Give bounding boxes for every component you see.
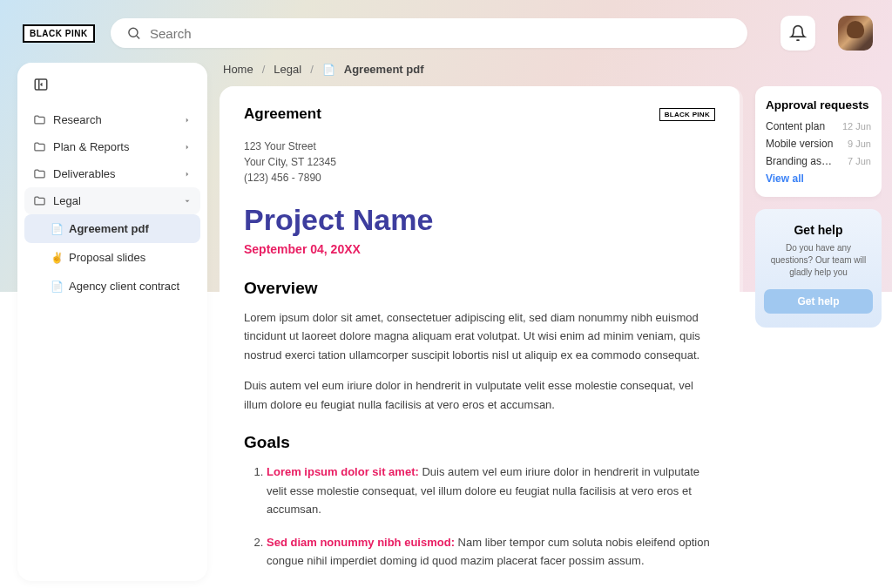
top-bar: BLACK PINK: [0, 0, 892, 63]
approval-name: Content plan: [766, 120, 825, 132]
breadcrumb-home[interactable]: Home: [223, 63, 253, 76]
breadcrumb: Home / Legal / 📄 Agreement pdf: [220, 63, 882, 86]
approval-row[interactable]: Content plan 12 Jun: [766, 120, 871, 132]
project-name-heading: Project Name: [244, 203, 715, 237]
svg-line-1: [137, 36, 139, 38]
folder-icon: [33, 140, 46, 153]
sidebar-item-plan-reports[interactable]: Plan & Reports: [24, 133, 200, 160]
addr-line: 123 Your Street: [244, 139, 715, 154]
sidebar-subitem-label: Agreement pdf: [69, 222, 149, 235]
addr-line: Your City, ST 12345: [244, 154, 715, 170]
approvals-card: Approval requests Content plan 12 Jun Mo…: [755, 86, 882, 197]
view-all-link[interactable]: View all: [766, 172, 871, 185]
search-container[interactable]: [111, 18, 747, 48]
document-page: Agreement BLACK PINK 123 Your Street You…: [220, 86, 740, 581]
sidebar-item-deliverables[interactable]: Deliverables: [24, 160, 200, 187]
avatar[interactable]: [838, 16, 873, 51]
document-title: Agreement: [244, 105, 321, 123]
panel-left-icon: [33, 77, 49, 92]
sidebar-item-label: Plan & Reports: [53, 140, 129, 153]
sidebar-item-label: Deliverables: [53, 167, 116, 180]
sidebar-subitem-proposal[interactable]: ✌️ Proposal slides: [24, 243, 200, 272]
approval-date: 7 Jun: [848, 156, 871, 166]
breadcrumb-current: Agreement pdf: [344, 63, 424, 76]
folder-icon: [33, 113, 46, 126]
approval-row[interactable]: Branding asse... 7 Jun: [766, 155, 871, 167]
brand-logo[interactable]: BLACK PINK: [23, 24, 95, 43]
approval-row[interactable]: Mobile version 9 Jun: [766, 138, 871, 150]
sidebar-item-legal[interactable]: Legal: [24, 187, 200, 214]
notifications-button[interactable]: [780, 16, 815, 51]
overview-paragraph: Duis autem vel eum iriure dolor in hendr…: [244, 376, 715, 414]
breadcrumb-separator: /: [310, 63, 314, 76]
document-icon: 📄: [322, 64, 335, 76]
folder-icon: [33, 167, 46, 180]
sidebar-collapse-button[interactable]: [24, 75, 200, 106]
address-block: 123 Your Street Your City, ST 12345 (123…: [244, 139, 715, 186]
overview-heading: Overview: [244, 279, 715, 298]
breadcrumb-legal[interactable]: Legal: [274, 63, 301, 76]
sidebar: Research Plan & Reports Deliverables: [17, 63, 207, 581]
right-panel: Approval requests Content plan 12 Jun Mo…: [755, 86, 882, 581]
help-card: Get help Do you have any questions? Our …: [755, 209, 882, 328]
chevron-right-icon: [183, 116, 192, 125]
sidebar-subitem-label: Proposal slides: [69, 251, 145, 264]
approval-date: 9 Jun: [848, 139, 871, 149]
search-icon: [126, 25, 141, 41]
overview-paragraph: Lorem ipsum dolor sit amet, consectetuer…: [244, 308, 715, 364]
chevron-right-icon: [183, 170, 192, 179]
goals-heading: Goals: [244, 433, 715, 452]
get-help-button[interactable]: Get help: [764, 289, 873, 314]
breadcrumb-separator: /: [262, 63, 266, 76]
project-date: September 04, 20XX: [244, 242, 715, 256]
document-viewer: Agreement BLACK PINK 123 Your Street You…: [220, 86, 743, 581]
search-input[interactable]: [150, 26, 732, 41]
goal-lead: Sed diam nonummy nibh euismod:: [267, 536, 455, 549]
approval-name: Mobile version: [766, 138, 833, 150]
goal-item: Lorem ipsum dolor sit amet: Duis autem v…: [267, 463, 715, 518]
document-icon: 📄: [51, 280, 64, 293]
sidebar-item-label: Legal: [53, 194, 81, 207]
chevron-down-icon: [183, 197, 192, 206]
approval-date: 12 Jun: [842, 121, 871, 132]
help-description: Do you have any questions? Our team will…: [764, 242, 873, 279]
svg-point-0: [129, 28, 138, 37]
approvals-title: Approval requests: [766, 98, 871, 112]
chevron-right-icon: [183, 143, 192, 152]
approval-name: Branding asse...: [766, 155, 837, 167]
sidebar-item-label: Research: [53, 113, 102, 126]
victory-icon: ✌️: [51, 252, 64, 264]
goals-list: Lorem ipsum dolor sit amet: Duis autem v…: [244, 463, 715, 570]
addr-line: (123) 456 - 7890: [244, 170, 715, 186]
document-scroll[interactable]: Agreement BLACK PINK 123 Your Street You…: [220, 86, 743, 581]
folder-icon: [33, 194, 46, 207]
sidebar-subitem-label: Agency client contract: [69, 280, 179, 293]
goal-lead: Lorem ipsum dolor sit amet:: [267, 465, 419, 478]
sidebar-subitem-agency[interactable]: 📄 Agency client contract: [24, 272, 200, 301]
sidebar-subitem-agreement[interactable]: 📄 Agreement pdf: [24, 214, 200, 243]
sidebar-item-research[interactable]: Research: [24, 106, 200, 133]
goal-item: Sed diam nonummy nibh euismod: Nam liber…: [267, 533, 715, 571]
help-title: Get help: [764, 223, 873, 237]
document-brand-logo: BLACK PINK: [659, 108, 715, 121]
bell-icon: [789, 24, 807, 42]
document-icon: 📄: [51, 223, 64, 235]
